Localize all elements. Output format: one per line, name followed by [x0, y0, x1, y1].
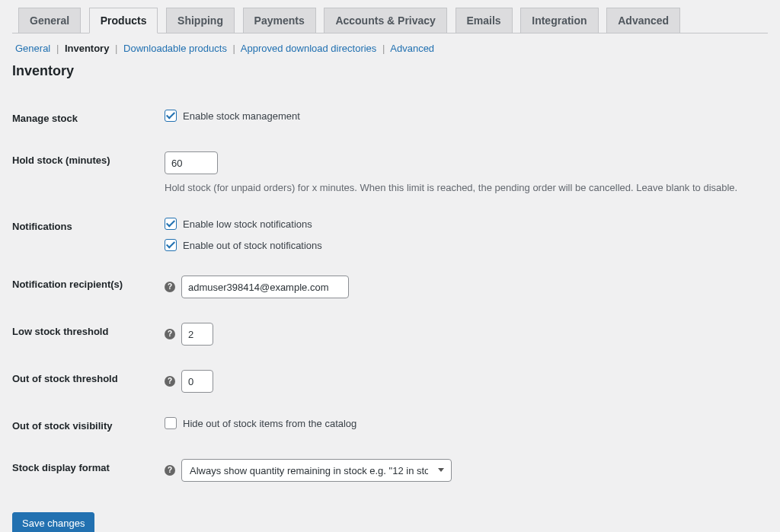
recipient-label: Notification recipient(s) [12, 263, 165, 311]
notification-recipient-input[interactable] [181, 276, 349, 298]
subnav-downloadable[interactable]: Downloadable products [123, 43, 227, 54]
subnav-separator: | [56, 43, 59, 54]
products-subnav: General | Inventory | Downloadable produ… [15, 43, 768, 54]
display-format-label: Stock display format [12, 447, 165, 494]
manage-stock-field[interactable]: Enable stock management [165, 110, 300, 122]
notifications-label: Notifications [12, 205, 165, 263]
manage-stock-checkbox-label: Enable stock management [183, 110, 300, 122]
visibility-label: Out of stock visibility [12, 405, 165, 447]
subnav-separator: | [382, 43, 385, 54]
hold-stock-label: Hold stock (minutes) [12, 139, 165, 205]
hold-stock-description: Hold stock (for unpaid orders) for x min… [165, 182, 760, 193]
low-stock-notification-label: Enable low stock notifications [183, 218, 312, 230]
low-stock-notification-field[interactable]: Enable low stock notifications [165, 218, 760, 230]
help-icon[interactable]: ? [165, 329, 175, 339]
tab-payments[interactable]: Payments [243, 8, 316, 33]
save-changes-button[interactable]: Save changes [12, 512, 94, 532]
out-of-stock-notification-checkbox[interactable] [165, 239, 177, 251]
low-stock-threshold-input[interactable] [181, 323, 213, 346]
help-icon[interactable]: ? [165, 282, 175, 292]
subnav-approved-directories[interactable]: Approved download directories [241, 43, 377, 54]
out-of-stock-threshold-input[interactable] [181, 370, 213, 393]
visibility-checkbox-label: Hide out of stock items from the catalog [183, 418, 356, 429]
subnav-advanced[interactable]: Advanced [390, 43, 434, 54]
settings-tabs: General Products Shipping Payments Accou… [12, 0, 768, 33]
low-stock-notification-checkbox[interactable] [165, 218, 177, 230]
help-icon[interactable]: ? [165, 465, 175, 476]
help-icon[interactable]: ? [165, 376, 175, 387]
stock-display-format-select[interactable]: Always show quantity remaining in stock … [181, 459, 452, 482]
hide-out-of-stock-checkbox[interactable] [165, 417, 177, 429]
page-title: Inventory [12, 63, 768, 79]
tab-integration[interactable]: Integration [520, 8, 598, 33]
visibility-field[interactable]: Hide out of stock items from the catalog [165, 417, 356, 429]
tab-general[interactable]: General [18, 8, 81, 33]
subnav-general[interactable]: General [15, 43, 50, 54]
tab-shipping[interactable]: Shipping [166, 8, 235, 33]
manage-stock-checkbox[interactable] [165, 110, 177, 122]
tab-products[interactable]: Products [89, 8, 158, 33]
out-of-stock-notification-field[interactable]: Enable out of stock notifications [165, 239, 760, 251]
subnav-inventory: Inventory [65, 43, 110, 54]
inventory-settings-form: Manage stock Enable stock management Hol… [12, 97, 768, 494]
manage-stock-label: Manage stock [12, 97, 165, 139]
low-threshold-label: Low stock threshold [12, 311, 165, 358]
hold-stock-input[interactable] [165, 151, 218, 174]
subnav-separator: | [115, 43, 117, 54]
tab-advanced[interactable]: Advanced [606, 8, 680, 33]
out-of-stock-notification-label: Enable out of stock notifications [183, 240, 322, 251]
out-threshold-label: Out of stock threshold [12, 358, 165, 405]
stock-display-format-select-wrap: Always show quantity remaining in stock … [181, 459, 452, 482]
tab-accounts-privacy[interactable]: Accounts & Privacy [324, 8, 447, 33]
subnav-separator: | [233, 43, 235, 54]
tab-emails[interactable]: Emails [456, 8, 513, 33]
